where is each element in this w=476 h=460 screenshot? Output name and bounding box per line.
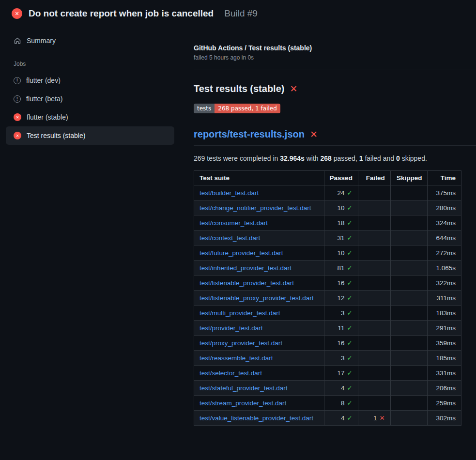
test-suite-link[interactable]: test/provider_test.dart xyxy=(200,324,263,332)
test-table-body: test/builder_test.dart24✓375mstest/chang… xyxy=(194,185,461,426)
passed-cell: 11✓ xyxy=(324,321,358,336)
failed-cell xyxy=(358,306,390,321)
suite-cell: test/inherited_provider_test.dart xyxy=(194,261,324,276)
run-meta: failed 5 hours ago in 0s xyxy=(194,54,476,61)
test-suite-link[interactable]: test/future_provider_test.dart xyxy=(200,249,283,257)
passed-cell: 24✓ xyxy=(324,185,358,200)
time-cell: 302ms xyxy=(428,411,461,426)
skipped-cell xyxy=(390,261,428,276)
passed-count: 81 xyxy=(338,264,345,272)
test-suite-link[interactable]: test/builder_test.dart xyxy=(200,189,259,197)
passed-count: 10 xyxy=(338,204,345,212)
suite-cell: test/context_test.dart xyxy=(194,230,324,245)
failed-cell xyxy=(358,366,390,381)
sidebar-item-flutter-stable[interactable]: ✕ flutter (stable) xyxy=(6,108,174,126)
skipped-cell xyxy=(390,215,428,230)
header-skipped: Skipped xyxy=(390,171,428,185)
passed-count: 11 xyxy=(338,324,345,332)
test-suite-link[interactable]: test/consumer_test.dart xyxy=(200,219,268,227)
test-suite-link[interactable]: test/change_notifier_provider_test.dart xyxy=(200,204,311,212)
sidebar-item-test-results-stable[interactable]: ✕ Test results (stable) xyxy=(6,126,174,145)
sidebar-item-flutter-beta[interactable]: ! flutter (beta) xyxy=(6,90,174,108)
test-suite-link[interactable]: test/stateful_provider_test.dart xyxy=(200,384,288,392)
check-icon: ✓ xyxy=(347,324,353,332)
passed-count: 31 xyxy=(338,234,345,242)
report-file-link[interactable]: reports/test-results.json xyxy=(194,129,305,140)
sidebar-job-label: flutter (stable) xyxy=(27,113,68,121)
sidebar-summary-label: Summary xyxy=(27,37,56,45)
sidebar-job-label: flutter (dev) xyxy=(26,77,61,84)
passed-count: 4 xyxy=(341,384,345,392)
table-header-row: Test suite Passed Failed Skipped Time xyxy=(194,171,461,185)
check-icon: ✓ xyxy=(347,294,353,302)
failed-cell xyxy=(358,276,390,291)
sidebar-item-summary[interactable]: Summary xyxy=(6,31,174,50)
passed-count: 17 xyxy=(338,369,345,377)
time-cell: 331ms xyxy=(428,366,461,381)
passed-cell: 10✓ xyxy=(324,245,358,261)
suite-cell: test/change_notifier_provider_test.dart xyxy=(194,200,324,215)
summary-text: skipped. xyxy=(400,154,427,162)
time-cell: 311ms xyxy=(428,291,461,306)
jobs-section-label: Jobs xyxy=(14,61,174,67)
test-suite-link[interactable]: test/reassemble_test.dart xyxy=(200,354,273,362)
check-icon: ✓ xyxy=(347,384,353,392)
check-icon: ✓ xyxy=(347,264,353,272)
failed-cell xyxy=(358,396,390,411)
sidebar-job-label: flutter (beta) xyxy=(26,95,62,103)
passed-cell: 10✓ xyxy=(324,200,358,215)
divider xyxy=(194,70,476,70)
skipped-cell xyxy=(390,306,428,321)
passed-cell: 17✓ xyxy=(324,366,358,381)
suite-cell: test/proxy_provider_test.dart xyxy=(194,336,324,351)
table-row: test/context_test.dart31✓644ms xyxy=(194,230,461,245)
table-row: test/stream_provider_test.dart8✓259ms xyxy=(194,396,461,411)
skipped-cell xyxy=(390,321,428,336)
time-cell: 324ms xyxy=(428,215,461,230)
suite-cell: test/listenable_proxy_provider_test.dart xyxy=(194,291,324,306)
table-row: test/stateful_provider_test.dart4✓206ms xyxy=(194,381,461,396)
table-row: test/builder_test.dart24✓375ms xyxy=(194,185,461,200)
suite-cell: test/listenable_provider_test.dart xyxy=(194,276,324,291)
passed-cell: 18✓ xyxy=(324,215,358,230)
passed-cell: 12✓ xyxy=(324,291,358,306)
test-suite-link[interactable]: test/inherited_provider_test.dart xyxy=(200,264,292,272)
failed-count: 1 xyxy=(373,414,377,422)
test-suite-link[interactable]: test/listenable_proxy_provider_test.dart xyxy=(200,294,314,302)
x-icon: ✕ xyxy=(310,130,318,139)
failed-cell xyxy=(358,230,390,245)
time-cell: 272ms xyxy=(428,245,461,261)
table-row: test/consumer_test.dart18✓324ms xyxy=(194,215,461,230)
test-results-table: Test suite Passed Failed Skipped Time te… xyxy=(194,170,461,426)
home-icon xyxy=(14,37,21,45)
test-suite-link[interactable]: test/selector_test.dart xyxy=(200,369,262,377)
skipped-cell xyxy=(390,351,428,366)
warning-icon: ! xyxy=(14,95,21,103)
sidebar: Summary Jobs ! flutter (dev) ! flutter (… xyxy=(0,26,180,145)
check-run-title-text: Test results (stable) xyxy=(194,83,284,94)
page-header: ✕ Do not create report when job is cance… xyxy=(0,0,476,26)
skipped-cell xyxy=(390,366,428,381)
skipped-cell xyxy=(390,230,428,245)
header-test-suite: Test suite xyxy=(194,171,324,185)
time-cell: 1.065s xyxy=(428,261,461,276)
passed-cell: 31✓ xyxy=(324,230,358,245)
time-cell: 291ms xyxy=(428,321,461,336)
table-row: test/future_provider_test.dart10✓272ms xyxy=(194,245,461,261)
failed-cell xyxy=(358,336,390,351)
time-cell: 206ms xyxy=(428,381,461,396)
suite-cell: test/stateful_provider_test.dart xyxy=(194,381,324,396)
passed-count: 3 xyxy=(341,309,345,317)
summary-skipped-count: 0 xyxy=(396,154,400,162)
test-suite-link[interactable]: test/listenable_provider_test.dart xyxy=(200,279,294,287)
test-suite-link[interactable]: test/multi_provider_test.dart xyxy=(200,309,280,317)
test-suite-link[interactable]: test/context_test.dart xyxy=(200,234,260,242)
passed-cell: 81✓ xyxy=(324,261,358,276)
check-icon: ✓ xyxy=(347,339,353,347)
x-glyph: ✕ xyxy=(16,115,19,120)
badge-label: tests xyxy=(194,104,215,113)
test-suite-link[interactable]: test/stream_provider_test.dart xyxy=(200,399,286,407)
test-suite-link[interactable]: test/proxy_provider_test.dart xyxy=(200,339,282,347)
test-suite-link[interactable]: test/value_listenable_provider_test.dart xyxy=(200,414,313,422)
sidebar-item-flutter-dev[interactable]: ! flutter (dev) xyxy=(6,71,174,90)
